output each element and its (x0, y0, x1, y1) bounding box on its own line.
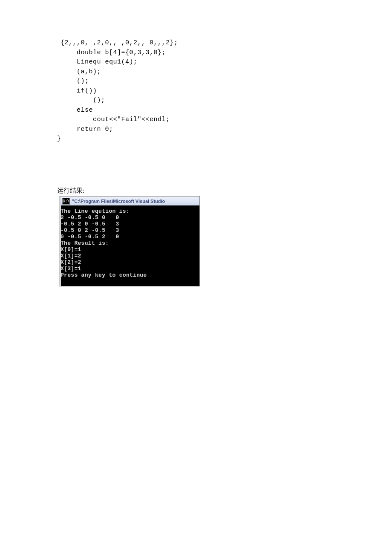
console-titlebar: C:\ "C:\Program Files\Microsoft Visual S… (61, 197, 199, 205)
code-block: {2,,,0, ,2,0,, ,0,2,, 0,,,2}; double b[4… (0, 38, 392, 134)
result-label: 运行结果: (0, 186, 392, 196)
console-window: C:\ "C:\Program Files\Microsoft Visual S… (59, 196, 200, 286)
document-page: {2,,,0, ,2,0,, ,0,2,, 0,,,2}; double b[4… (0, 0, 392, 555)
console-output: The Line eqution is: 2 -0.5 -0.5 0 0 -0.… (61, 205, 199, 286)
cmd-icon: C:\ (62, 198, 70, 205)
closing-brace: } (0, 134, 392, 144)
console-title: "C:\Program Files\Microsoft Visual Studi… (72, 199, 165, 204)
